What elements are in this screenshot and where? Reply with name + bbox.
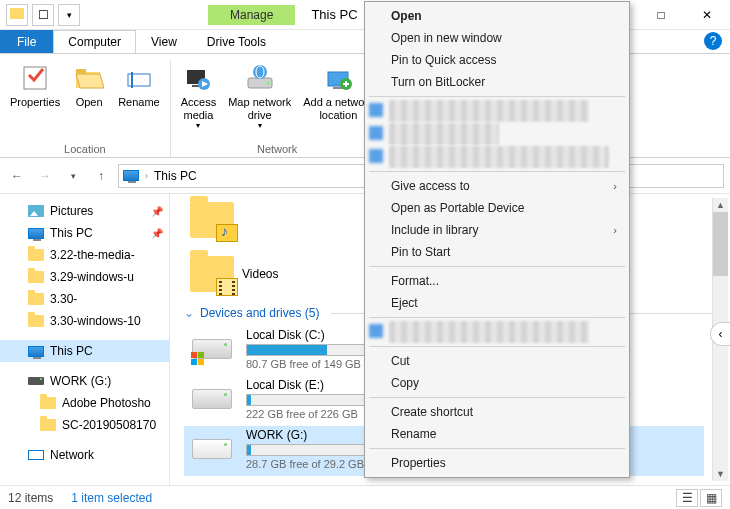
qat-slot-1[interactable]	[6, 4, 28, 26]
tree-item[interactable]: SC-20190508170	[0, 414, 169, 436]
tree-item[interactable]: 3.22-the-media-	[0, 244, 169, 266]
qat-dropdown[interactable]: ▾	[58, 4, 80, 26]
scroll-down-icon[interactable]: ▼	[713, 467, 728, 481]
blurred-icon	[369, 103, 383, 117]
menu-blurred-item[interactable]	[389, 321, 589, 343]
menu-separator	[369, 397, 625, 398]
menu-pin-quick-access[interactable]: Pin to Quick access	[367, 49, 627, 71]
menu-separator	[369, 96, 625, 97]
show-preview-pane-button[interactable]: ‹	[710, 322, 730, 346]
pc-icon	[28, 225, 44, 241]
view-details-button[interactable]: ☰	[676, 489, 698, 507]
tree-item-label: Pictures	[50, 204, 93, 218]
nav-tree[interactable]: Pictures📌This PC📌3.22-the-media-3.29-win…	[0, 194, 170, 485]
nav-up-button[interactable]: ↑	[90, 165, 112, 187]
network-icon	[28, 447, 44, 463]
menu-separator	[369, 266, 625, 267]
contextual-tab-manage[interactable]: Manage	[208, 5, 295, 25]
tree-item[interactable]: Adobe Photosho	[0, 392, 169, 414]
menu-include-library[interactable]: Include in library›	[367, 219, 627, 241]
tab-drive-tools[interactable]: Drive Tools	[192, 30, 281, 53]
pc-icon	[28, 343, 44, 359]
tab-view[interactable]: View	[136, 30, 192, 53]
menu-create-shortcut[interactable]: Create shortcut	[367, 401, 627, 423]
svg-rect-4	[76, 69, 86, 73]
properties-button[interactable]: Properties	[4, 60, 66, 141]
maximize-button[interactable]: □	[638, 0, 684, 30]
map-network-drive-button[interactable]: Map network drive ▾	[222, 60, 297, 141]
tile-music[interactable]: Music	[190, 202, 234, 238]
menu-pin-start[interactable]: Pin to Start	[367, 241, 627, 263]
tree-item-label: 3.29-windows-u	[50, 270, 134, 284]
maximize-icon: □	[657, 8, 664, 22]
status-items: 12 items	[8, 491, 53, 505]
menu-portable-device[interactable]: Open as Portable Device	[367, 197, 627, 219]
chevron-left-icon: ‹	[719, 327, 723, 341]
nav-back-button[interactable]: ←	[6, 165, 28, 187]
menu-give-access-to[interactable]: Give access to›	[367, 175, 627, 197]
menu-format[interactable]: Format...	[367, 270, 627, 292]
menu-rename[interactable]: Rename	[367, 423, 627, 445]
pin-icon: 📌	[151, 228, 163, 239]
open-button[interactable]: Open	[66, 60, 112, 141]
menu-blurred-item[interactable]	[389, 146, 609, 168]
rename-button[interactable]: Rename	[112, 60, 166, 141]
tree-item[interactable]: Pictures📌	[0, 200, 169, 222]
context-menu: Open Open in new window Pin to Quick acc…	[364, 1, 630, 478]
tab-file[interactable]: File	[0, 30, 53, 53]
menu-blurred-item[interactable]	[389, 123, 499, 145]
tab-computer[interactable]: Computer	[53, 30, 136, 53]
folder-icon	[10, 8, 24, 22]
menu-open[interactable]: Open	[367, 5, 627, 27]
scrollbar-thumb[interactable]	[713, 212, 728, 276]
menu-eject[interactable]: Eject	[367, 292, 627, 314]
tree-item[interactable]: This PC	[0, 340, 169, 362]
scroll-up-icon[interactable]: ▲	[713, 198, 728, 212]
menu-bitlocker[interactable]: Turn on BitLocker	[367, 71, 627, 93]
drive-icon	[190, 382, 234, 416]
menu-properties[interactable]: Properties	[367, 452, 627, 474]
ribbon-group-location: Properties Open Rename Location	[0, 60, 171, 157]
tree-item-label: This PC	[50, 226, 93, 240]
nav-history-button[interactable]: ▾	[62, 165, 84, 187]
quick-access-toolbar: ☐ ▾	[6, 4, 80, 26]
menu-separator	[369, 448, 625, 449]
menu-copy[interactable]: Copy	[367, 372, 627, 394]
menu-cut[interactable]: Cut	[367, 350, 627, 372]
access-media-button[interactable]: Access media ▾	[175, 60, 222, 141]
ribbon-group-network: Access media ▾ Map network drive ▾ Add a…	[171, 60, 385, 157]
window-title: This PC	[311, 7, 357, 22]
help-button[interactable]: ?	[704, 32, 722, 50]
status-bar: 12 items 1 item selected ☰ ▦	[0, 485, 730, 509]
tree-item-label: This PC	[50, 344, 93, 358]
drive-icon	[28, 373, 44, 389]
tree-item-label: SC-20190508170	[62, 418, 156, 432]
list-icon: ☰	[682, 491, 693, 505]
qat-slot-2[interactable]: ☐	[32, 4, 54, 26]
chevron-down-icon: ▾	[196, 121, 200, 130]
chevron-down-icon: ▾	[71, 171, 76, 181]
tree-item[interactable]: WORK (G:)	[0, 370, 169, 392]
arrow-right-icon: →	[39, 169, 51, 183]
tree-item[interactable]: 3.30-windows-10	[0, 310, 169, 332]
tile-label: Videos	[242, 267, 278, 281]
menu-blurred-item[interactable]	[389, 100, 589, 122]
tree-item[interactable]: This PC📌	[0, 222, 169, 244]
tile-videos[interactable]: Videos	[190, 256, 278, 292]
open-icon	[73, 62, 105, 94]
menu-separator	[369, 171, 625, 172]
arrow-up-icon: ↑	[98, 169, 104, 183]
menu-open-new-window[interactable]: Open in new window	[367, 27, 627, 49]
drive-icon	[190, 432, 234, 466]
nav-forward-button[interactable]: →	[34, 165, 56, 187]
tree-item[interactable]: 3.29-windows-u	[0, 266, 169, 288]
view-tiles-button[interactable]: ▦	[700, 489, 722, 507]
folder-icon	[28, 291, 44, 307]
video-overlay-icon	[216, 278, 238, 296]
close-button[interactable]: ✕	[684, 0, 730, 30]
tree-item[interactable]: 3.30-	[0, 288, 169, 310]
menu-separator	[369, 346, 625, 347]
svg-rect-0	[10, 8, 24, 19]
tree-item[interactable]: Network	[0, 444, 169, 466]
map-drive-icon	[244, 62, 276, 94]
